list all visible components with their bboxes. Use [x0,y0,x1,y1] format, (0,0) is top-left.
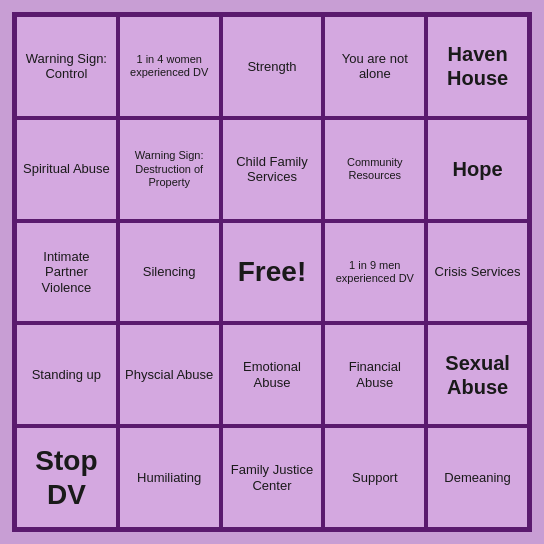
cell-r3c0: Standing up [15,323,118,426]
cell-r4c3: Support [323,426,426,529]
cell-r2c1: Silencing [118,221,221,324]
cell-r3c2: Emotional Abuse [221,323,324,426]
cell-r4c4: Demeaning [426,426,529,529]
cell-r2c3: 1 in 9 men experienced DV [323,221,426,324]
cell-r1c3: Community Resources [323,118,426,221]
cell-r3c3: Financial Abuse [323,323,426,426]
cell-r4c1: Humiliating [118,426,221,529]
cell-r1c1: Warning Sign: Destruction of Property [118,118,221,221]
cell-r1c2: Child Family Services [221,118,324,221]
cell-r3c1: Physcial Abuse [118,323,221,426]
cell-r0c0: Warning Sign: Control [15,15,118,118]
cell-r2c0: Intimate Partner Violence [15,221,118,324]
cell-r2c4: Crisis Services [426,221,529,324]
cell-r0c3: You are not alone [323,15,426,118]
cell-r1c0: Spiritual Abuse [15,118,118,221]
cell-r4c2: Family Justice Center [221,426,324,529]
cell-r0c4: Haven House [426,15,529,118]
cell-r4c0: Stop DV [15,426,118,529]
cell-r2c2: Free! [221,221,324,324]
cell-r1c4: Hope [426,118,529,221]
cell-r0c2: Strength [221,15,324,118]
cell-r0c1: 1 in 4 women experienced DV [118,15,221,118]
bingo-card: Warning Sign: Control1 in 4 women experi… [12,12,532,532]
cell-r3c4: Sexual Abuse [426,323,529,426]
